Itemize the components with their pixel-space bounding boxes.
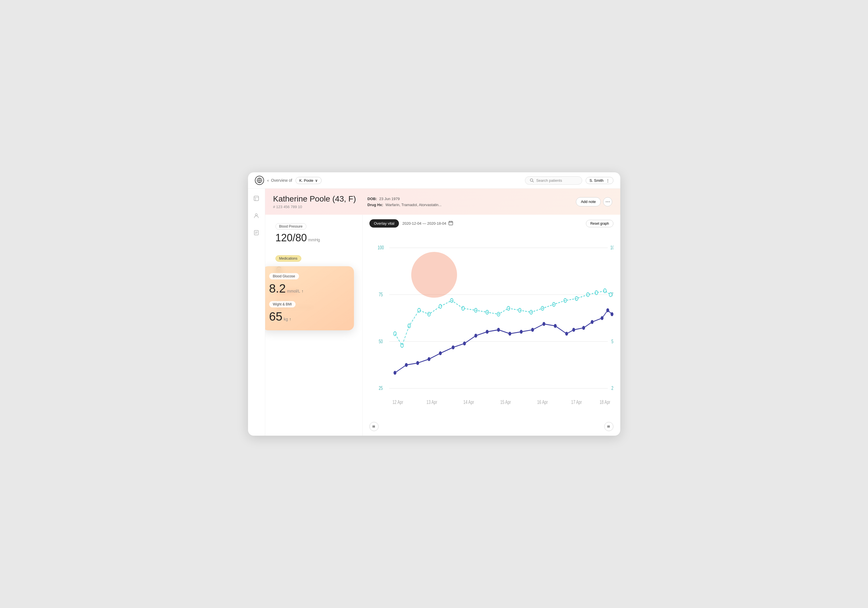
blood-pressure-unit: mmHg: [308, 238, 320, 242]
dob-row: DOB: 23 Jun 1979: [367, 196, 442, 201]
line-chart-svg: 100 75 50 25 100 75 50 25 12 Apr 13 Apr: [369, 232, 614, 420]
svg-text:75: 75: [378, 292, 383, 297]
patient-header: Katherine Poole (43, F) # 123 456 789 10…: [265, 189, 620, 215]
top-nav: ‹ Overview of K. Poole ∨ Search patients…: [248, 172, 620, 189]
svg-rect-86: [609, 425, 610, 428]
weight-bmi-arrow: ↑: [289, 317, 291, 322]
svg-rect-83: [374, 425, 375, 428]
blood-pressure-value-row: 120/80 mmHg: [276, 232, 352, 244]
svg-text:15 Apr: 15 Apr: [500, 399, 511, 405]
svg-point-38: [400, 343, 403, 348]
blood-glucose-value: 8.2: [269, 282, 286, 295]
svg-text:25: 25: [611, 385, 613, 391]
sidebar-item-overview[interactable]: [251, 193, 262, 204]
user-menu[interactable]: S. Smith ⋮: [586, 177, 613, 184]
svg-point-71: [531, 328, 534, 332]
nav-right: Search patients S. Smith ⋮: [525, 176, 613, 185]
breadcrumb: ‹ Overview of: [268, 178, 292, 183]
svg-point-9: [256, 214, 257, 216]
search-box[interactable]: Search patients: [525, 176, 582, 185]
user-name: S. Smith: [589, 178, 603, 183]
blood-glucose-arrow: ↑: [302, 289, 304, 293]
svg-point-75: [572, 328, 575, 332]
sidebar-item-notes[interactable]: [251, 227, 262, 238]
svg-point-42: [439, 304, 442, 308]
svg-point-69: [508, 332, 511, 336]
sidebar-item-patient[interactable]: [251, 210, 262, 221]
breadcrumb-text: Overview of: [271, 178, 292, 183]
svg-point-72: [542, 322, 545, 326]
svg-point-64: [452, 345, 454, 350]
svg-rect-14: [449, 221, 453, 225]
svg-point-59: [394, 371, 396, 375]
svg-point-70: [520, 330, 522, 334]
weight-bmi-value: 65: [269, 310, 283, 323]
patient-meta: DOB: 23 Jun 1979 Drug Hx: Warfarin, Tram…: [367, 196, 442, 207]
drug-hx-label: Drug Hx:: [367, 203, 383, 207]
svg-point-65: [463, 342, 466, 345]
playback-left-button[interactable]: [369, 422, 378, 431]
svg-text:100: 100: [610, 245, 614, 250]
back-arrow[interactable]: ‹: [268, 178, 269, 183]
dropdown-chevron-icon: ∨: [315, 178, 318, 183]
main-layout: Katherine Poole (43, F) # 123 456 789 10…: [248, 189, 620, 436]
drug-hx-value: Warfarin, Tramadol, Atorvastatin...: [386, 203, 442, 207]
vitals-panel: Blood Pressure 120/80 mmHg Medications 6…: [265, 215, 363, 436]
content-area: Katherine Poole (43, F) # 123 456 789 10…: [265, 189, 620, 436]
svg-point-76: [582, 326, 585, 330]
add-note-button[interactable]: Add note: [576, 197, 600, 206]
calendar-icon[interactable]: [448, 221, 453, 226]
dob-label: DOB:: [367, 196, 377, 201]
patient-info-left: Katherine Poole (43, F) # 123 456 789 10: [273, 194, 356, 209]
patient-actions: Add note ⋯: [576, 197, 612, 206]
svg-point-63: [439, 351, 442, 355]
sidebar: [248, 189, 265, 436]
svg-point-68: [497, 328, 500, 332]
svg-point-79: [606, 308, 609, 312]
patient-name: Katherine Poole (43, F): [273, 194, 356, 204]
svg-text:100: 100: [377, 245, 384, 250]
svg-text:14 Apr: 14 Apr: [463, 399, 474, 405]
app-logo[interactable]: [255, 176, 264, 185]
svg-point-61: [416, 361, 419, 365]
svg-text:13 Apr: 13 Apr: [426, 399, 437, 405]
chart-panel: Overlay vital 2020-12-04 — 2020-18-04: [363, 215, 620, 436]
drug-hx-row: Drug Hx: Warfarin, Tramadol, Atorvastati…: [367, 203, 442, 207]
playback-right-button[interactable]: [604, 422, 614, 431]
user-menu-icon: ⋮: [606, 178, 610, 183]
svg-text:25: 25: [378, 385, 383, 391]
svg-text:18 Apr: 18 Apr: [599, 399, 610, 405]
dob-value: 23 Jun 1979: [379, 196, 400, 201]
svg-rect-85: [608, 425, 609, 428]
svg-text:16 Apr: 16 Apr: [537, 399, 547, 405]
svg-rect-81: [373, 425, 373, 428]
overlay-vital-button[interactable]: Overlay vital: [369, 219, 399, 227]
more-options-button[interactable]: ⋯: [603, 197, 612, 206]
blood-glucose-row: 8.2 mmol/L ↑: [269, 282, 347, 295]
date-range: 2020-12-04 — 2020-18-04: [402, 221, 453, 226]
blood-pressure-value: 120/80: [276, 232, 307, 244]
svg-point-80: [611, 312, 614, 316]
svg-point-77: [591, 320, 594, 324]
blood-pressure-card: Blood Pressure 120/80 mmHg: [271, 219, 356, 248]
reset-graph-button[interactable]: Reset graph: [586, 220, 613, 227]
svg-point-66: [474, 334, 477, 338]
svg-text:50: 50: [611, 339, 613, 344]
svg-point-74: [565, 332, 568, 336]
svg-rect-84: [608, 425, 608, 428]
svg-text:12 Apr: 12 Apr: [392, 399, 403, 405]
blood-glucose-unit: mmol/L: [287, 289, 300, 293]
svg-point-60: [405, 363, 408, 367]
svg-text:50: 50: [378, 339, 383, 344]
weight-bmi-tag[interactable]: Wight & BMI: [269, 301, 296, 308]
app-container: ‹ Overview of K. Poole ∨ Search patients…: [248, 172, 620, 436]
patient-selector[interactable]: K. Poole ∨: [296, 177, 322, 184]
medications-tag[interactable]: Medications: [276, 255, 301, 261]
overlay-vitals-card: Blood Glucose 8.2 mmol/L ↑ Wight & BMI 6…: [265, 266, 354, 330]
svg-point-67: [486, 330, 488, 334]
date-range-text: 2020-12-04 — 2020-18-04: [402, 221, 446, 226]
blood-glucose-tag[interactable]: Blood Glucose: [269, 273, 299, 279]
svg-rect-6: [254, 196, 259, 201]
weight-bmi-row: 65 kg ↑: [269, 310, 347, 323]
blood-pressure-tag[interactable]: Blood Pressure: [276, 223, 307, 230]
